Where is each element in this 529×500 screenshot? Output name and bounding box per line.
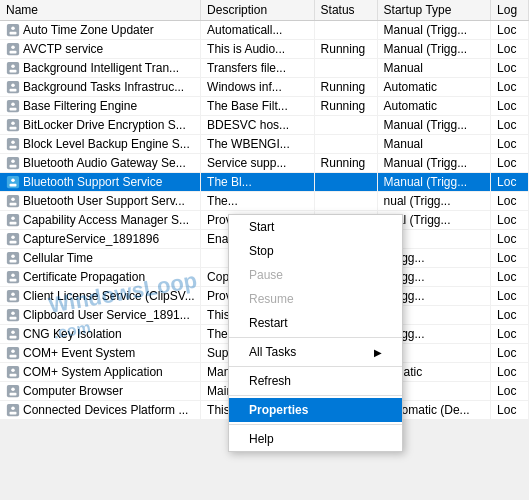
submenu-arrow-icon: ▶	[374, 347, 382, 358]
menu-item-all-tasks[interactable]: All Tasks▶	[229, 340, 402, 364]
cell-log: Loc	[491, 344, 529, 363]
cell-log: Loc	[491, 135, 529, 154]
svg-point-49	[11, 331, 15, 335]
cell-startup: Manual (Trigg...	[377, 21, 491, 40]
cell-status: Running	[314, 154, 377, 173]
cell-name: Bluetooth Support Service	[0, 173, 201, 192]
cell-name: COM+ System Application	[0, 363, 201, 382]
cell-log: Loc	[491, 382, 529, 401]
svg-point-16	[11, 122, 15, 126]
cell-status: Running	[314, 97, 377, 116]
table-row[interactable]: Bluetooth Audio Gateway Se...Service sup…	[0, 154, 529, 173]
menu-item-refresh[interactable]: Refresh	[229, 369, 402, 393]
col-log[interactable]: Log	[491, 0, 529, 21]
cell-log: Loc	[491, 325, 529, 344]
svg-rect-29	[10, 203, 17, 206]
cell-name: Bluetooth User Support Serv...	[0, 192, 201, 211]
menu-separator	[229, 366, 402, 367]
cell-status	[314, 59, 377, 78]
menu-item-help[interactable]: Help	[229, 427, 402, 451]
table-row[interactable]: AVCTP serviceThis is Audio...RunningManu…	[0, 40, 529, 59]
svg-rect-20	[10, 146, 17, 149]
svg-rect-14	[10, 108, 17, 111]
col-status[interactable]: Status	[314, 0, 377, 21]
cell-log: Loc	[491, 21, 529, 40]
cell-name: Computer Browser	[0, 382, 201, 401]
svg-rect-11	[10, 89, 17, 92]
svg-rect-8	[10, 70, 17, 73]
cell-name: Clipboard User Service_1891...	[0, 306, 201, 325]
cell-log: Loc	[491, 78, 529, 97]
svg-point-46	[11, 312, 15, 316]
svg-point-55	[11, 369, 15, 373]
cell-description: The Base Filt...	[201, 97, 314, 116]
svg-rect-26	[10, 184, 17, 187]
table-row[interactable]: Bluetooth Support ServiceThe Bl...Manual…	[0, 173, 529, 192]
svg-point-13	[11, 103, 15, 107]
cell-log: Loc	[491, 287, 529, 306]
menu-item-stop[interactable]: Stop	[229, 239, 402, 263]
cell-name: CaptureService_1891896	[0, 230, 201, 249]
table-row[interactable]: Block Level Backup Engine S...The WBENGI…	[0, 135, 529, 154]
table-row[interactable]: Base Filtering EngineThe Base Filt...Run…	[0, 97, 529, 116]
table-row[interactable]: BitLocker Drive Encryption S...BDESVC ho…	[0, 116, 529, 135]
svg-rect-17	[10, 127, 17, 130]
cell-status	[314, 173, 377, 192]
cell-name: Base Filtering Engine	[0, 97, 201, 116]
col-startup[interactable]: Startup Type	[377, 0, 491, 21]
menu-item-pause: Pause	[229, 263, 402, 287]
menu-item-resume: Resume	[229, 287, 402, 311]
svg-rect-23	[10, 165, 17, 168]
cell-description: BDESVC hos...	[201, 116, 314, 135]
svg-point-52	[11, 350, 15, 354]
col-description[interactable]: Description	[201, 0, 314, 21]
cell-startup: Manual (Trigg...	[377, 116, 491, 135]
svg-point-10	[11, 84, 15, 88]
svg-rect-62	[10, 412, 17, 415]
cell-log: Loc	[491, 230, 529, 249]
menu-item-restart[interactable]: Restart	[229, 311, 402, 335]
table-row[interactable]: Background Intelligent Tran...Transfers …	[0, 59, 529, 78]
col-name[interactable]: Name	[0, 0, 201, 21]
svg-point-19	[11, 141, 15, 145]
cell-log: Loc	[491, 116, 529, 135]
cell-log: Loc	[491, 192, 529, 211]
svg-point-40	[11, 274, 15, 278]
cell-startup: Automatic	[377, 78, 491, 97]
svg-point-31	[11, 217, 15, 221]
menu-item-start[interactable]: Start	[229, 215, 402, 239]
menu-item-properties[interactable]: Properties	[229, 398, 402, 422]
cell-startup: Manual	[377, 59, 491, 78]
svg-point-25	[11, 179, 15, 183]
svg-rect-44	[10, 298, 17, 301]
cell-description: Service supp...	[201, 154, 314, 173]
svg-rect-32	[10, 222, 17, 225]
cell-name: COM+ Event System	[0, 344, 201, 363]
cell-name: Certificate Propagation	[0, 268, 201, 287]
svg-rect-47	[10, 317, 17, 320]
cell-description: Transfers file...	[201, 59, 314, 78]
table-row[interactable]: Auto Time Zone UpdaterAutomaticall...Man…	[0, 21, 529, 40]
cell-description: The...	[201, 192, 314, 211]
svg-point-1	[11, 27, 15, 31]
cell-description: Windows inf...	[201, 78, 314, 97]
svg-rect-5	[10, 51, 17, 54]
table-row[interactable]: Bluetooth User Support Serv...The...nual…	[0, 192, 529, 211]
cell-name: BitLocker Drive Encryption S...	[0, 116, 201, 135]
cell-log: Loc	[491, 154, 529, 173]
cell-name: Background Intelligent Tran...	[0, 59, 201, 78]
cell-name: Background Tasks Infrastruc...	[0, 78, 201, 97]
svg-point-4	[11, 46, 15, 50]
cell-description: Automaticall...	[201, 21, 314, 40]
cell-log: Loc	[491, 401, 529, 420]
cell-log: Loc	[491, 59, 529, 78]
svg-point-34	[11, 236, 15, 240]
table-row[interactable]: Background Tasks Infrastruc...Windows in…	[0, 78, 529, 97]
svg-point-22	[11, 160, 15, 164]
cell-name: AVCTP service	[0, 40, 201, 59]
svg-rect-50	[10, 336, 17, 339]
svg-point-37	[11, 255, 15, 259]
cell-log: Loc	[491, 249, 529, 268]
cell-startup: nual (Trigg...	[377, 192, 491, 211]
svg-point-28	[11, 198, 15, 202]
